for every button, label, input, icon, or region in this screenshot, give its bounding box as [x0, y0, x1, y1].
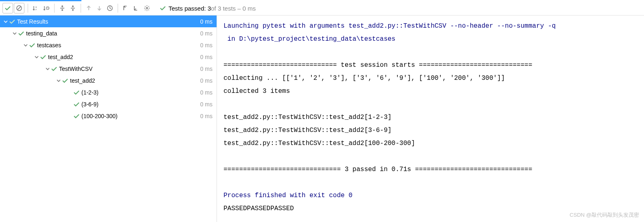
svg-point-6 [146, 7, 148, 9]
tree-leaf[interactable]: (3-6-9) 0 ms [0, 98, 217, 110]
import-tests-icon[interactable] [120, 3, 131, 13]
console-output[interactable]: Launching pytest with arguments test_add… [217, 15, 644, 222]
status-label: Tests passed: [169, 5, 206, 12]
tree-node[interactable]: test_add2 0 ms [0, 51, 217, 63]
status-rest: of 3 tests – 0 ms [211, 5, 256, 12]
test-status: Tests passed: 3 of 3 tests – 0 ms [160, 5, 256, 12]
sort-duration-icon[interactable] [41, 3, 52, 13]
show-ignored-icon[interactable] [14, 3, 24, 13]
watermark: CSDN @敲代码敲到头发茂密 [570, 211, 639, 219]
prev-failed-icon[interactable] [83, 3, 94, 13]
test-history-icon[interactable] [105, 3, 115, 13]
check-icon [62, 77, 68, 84]
tree-node[interactable]: testcases 0 ms [0, 39, 217, 51]
tree-node-duration: 0 ms [200, 30, 212, 37]
chevron-down-icon[interactable] [55, 78, 62, 83]
tree-node-label: (3-6-9) [80, 101, 200, 108]
tree-node-label: (100-200-300) [80, 113, 200, 119]
tree-node[interactable]: testing_data 0 ms [0, 27, 217, 39]
tree-node-duration: 0 ms [200, 18, 212, 25]
chevron-down-icon[interactable] [22, 43, 29, 48]
tree-node-label: Test Results [15, 18, 200, 25]
tree-node-duration: 0 ms [200, 113, 212, 119]
tree-node-label: (1-2-3) [80, 89, 200, 96]
check-icon [9, 18, 15, 25]
tree-leaf[interactable]: (1-2-3) 0 ms [0, 86, 217, 98]
svg-text:z: z [35, 8, 37, 11]
chevron-down-icon[interactable] [11, 31, 18, 36]
tree-node-label: test_add2 [46, 54, 200, 60]
collapse-all-icon[interactable] [68, 3, 78, 13]
test-toolbar: az Tests passed: 3 of 3 tests – 0 ms [0, 1, 644, 15]
chevron-down-icon[interactable] [2, 19, 9, 24]
next-failed-icon[interactable] [94, 3, 105, 13]
tree-node-duration: 0 ms [200, 54, 212, 60]
tree-node-duration: 0 ms [200, 42, 212, 48]
tree-header[interactable]: Test Results 0 ms [0, 15, 217, 27]
check-icon [73, 89, 80, 96]
test-tree: Test Results 0 ms testing_data 0 ms test… [0, 15, 217, 222]
check-icon [73, 113, 80, 119]
tree-node-label: testing_data [24, 30, 200, 37]
tree-node-duration: 0 ms [200, 66, 212, 72]
expand-all-icon[interactable] [57, 3, 68, 13]
check-icon [160, 5, 166, 11]
sort-alpha-icon[interactable]: az [31, 3, 41, 13]
tree-node-duration: 0 ms [200, 89, 212, 96]
tree-node[interactable]: TestWithCSV 0 ms [0, 63, 217, 75]
check-icon [29, 42, 35, 48]
svg-line-1 [18, 7, 21, 10]
settings-icon[interactable] [142, 3, 152, 13]
tree-node-label: testcases [35, 42, 200, 48]
tree-node-label: test_add2 [68, 77, 200, 84]
check-icon [40, 54, 46, 60]
check-icon [51, 66, 57, 72]
tree-node-duration: 0 ms [200, 101, 212, 108]
status-count: 3 [208, 5, 211, 12]
tree-node[interactable]: test_add2 0 ms [0, 75, 217, 86]
export-tests-icon[interactable] [131, 3, 142, 13]
tree-node-duration: 0 ms [200, 77, 212, 84]
chevron-down-icon[interactable] [44, 66, 51, 71]
show-passed-icon[interactable] [2, 3, 13, 13]
check-icon [18, 30, 24, 37]
tree-leaf[interactable]: (100-200-300) 0 ms [0, 110, 217, 122]
chevron-down-icon[interactable] [33, 55, 40, 59]
tree-node-label: TestWithCSV [57, 66, 200, 72]
check-icon [73, 101, 80, 108]
